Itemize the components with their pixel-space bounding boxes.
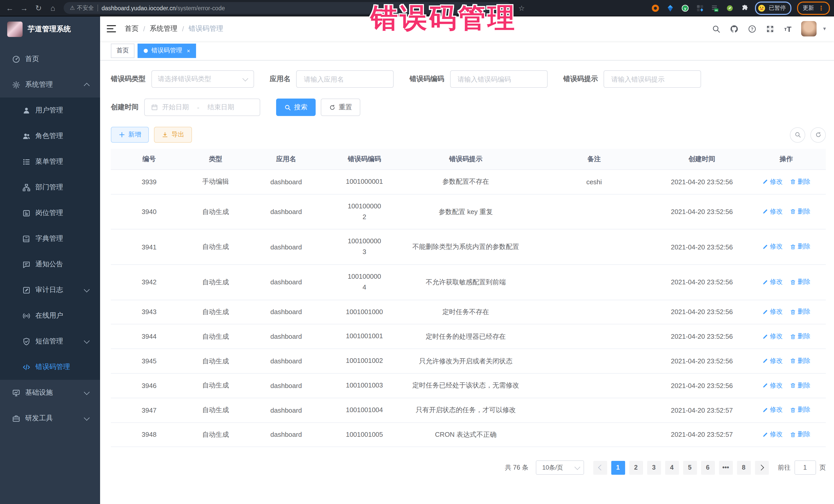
row-app: dashboard (244, 170, 328, 194)
forward-icon[interactable]: → (19, 2, 30, 14)
delete-row-link[interactable]: 删除 (790, 357, 810, 366)
page-size-select[interactable]: 10条/页 (535, 461, 584, 475)
green-y-extension-icon[interactable]: y (681, 3, 690, 13)
export-button[interactable]: 导出 (154, 127, 192, 143)
edit-row-link[interactable]: 修改 (762, 177, 783, 186)
sidebar-item-在线用户[interactable]: 在线用户 (0, 303, 100, 328)
orange-donut-extension-icon[interactable] (651, 3, 660, 13)
show-search-icon-button[interactable] (790, 127, 805, 143)
browser-update-button[interactable]: 更新 ⋮ (797, 1, 830, 15)
delete-row-link[interactable]: 删除 (790, 430, 810, 439)
reset-button[interactable]: 重置 (321, 98, 360, 116)
page-button-5[interactable]: 5 (683, 461, 697, 475)
row-code: 100100000 4 (328, 265, 400, 300)
sidebar-item-错误码管理[interactable]: 错误码管理 (0, 354, 100, 380)
row-actions: 修改删除 (747, 349, 826, 373)
edit-row-link[interactable]: 修改 (762, 207, 783, 216)
reload-icon[interactable]: ↻ (33, 2, 44, 14)
row-actions: 修改删除 (747, 265, 826, 300)
delete-row-link[interactable]: 删除 (790, 177, 810, 186)
page-button-8[interactable]: 8 (737, 461, 751, 475)
sidebar-item-审计日志[interactable]: 审计日志 (0, 277, 100, 303)
question-icon[interactable]: ? (747, 24, 756, 34)
green-leaf-extension-icon[interactable] (725, 3, 734, 13)
edit-row-link[interactable]: 修改 (762, 406, 783, 414)
font-size-icon[interactable]: тT (783, 24, 792, 34)
delete-row-link[interactable]: 删除 (790, 406, 810, 414)
sidebar-item-岗位管理[interactable]: 岗位管理 (0, 200, 100, 226)
address-bar[interactable]: ⚠不安全 dashboard.yudao.iocoder.cn/system/e… (64, 2, 512, 14)
close-icon[interactable]: × (187, 47, 190, 53)
back-icon[interactable]: ← (4, 2, 15, 14)
page-button-1[interactable]: 1 (611, 461, 625, 475)
list-on-extension-icon[interactable]: on (710, 3, 720, 13)
tab-错误码管理[interactable]: 错误码管理× (137, 43, 196, 58)
breadcrumb-separator: / (143, 25, 145, 32)
error-hint-input[interactable] (610, 75, 695, 83)
date-range-picker[interactable]: 开始日期 - 结束日期 (144, 98, 260, 116)
github-icon[interactable] (729, 24, 739, 34)
security-warning[interactable]: ⚠不安全 (70, 4, 94, 12)
delete-row-link[interactable]: 删除 (790, 278, 810, 286)
edit-row-link[interactable]: 修改 (762, 307, 783, 316)
delete-row-link[interactable]: 删除 (790, 242, 810, 251)
breadcrumb-item[interactable]: 系统管理 (150, 24, 178, 34)
search-button[interactable]: 搜索 (276, 98, 316, 116)
edit-row-link[interactable]: 修改 (762, 278, 783, 286)
page-button-6[interactable]: 6 (701, 461, 715, 475)
prev-page-button[interactable] (593, 461, 607, 475)
collapse-sidebar-icon[interactable] (107, 25, 116, 32)
sidebar-item-首页[interactable]: 首页 (0, 46, 100, 72)
edit-row-link[interactable]: 修改 (762, 381, 783, 390)
edit-icon (762, 382, 768, 389)
next-page-button[interactable] (755, 461, 769, 475)
browser-profile-chip[interactable]: 已暂停 (755, 1, 791, 15)
sidebar-item-部门管理[interactable]: 部门管理 (0, 175, 100, 200)
row-actions: 修改删除 (747, 229, 826, 265)
error-code-input[interactable] (457, 75, 541, 83)
sidebar-item-系统管理[interactable]: 系统管理 (0, 72, 100, 97)
bookmark-star-icon[interactable]: ☆ (518, 4, 525, 12)
table-row: 3940自动生成dashboard100100000 2参数配置 key 重复2… (111, 194, 826, 229)
sidebar-item-短信管理[interactable]: 短信管理 (0, 328, 100, 354)
row-code: 1001001005 (328, 422, 400, 447)
delete-row-link[interactable]: 删除 (790, 207, 810, 216)
puzzle-extensions-icon[interactable] (740, 3, 749, 13)
sidebar-item-角色管理[interactable]: 角色管理 (0, 123, 100, 149)
app-logo[interactable]: 芋道管理系统 (0, 17, 100, 42)
page-button-2[interactable]: 2 (629, 461, 643, 475)
row-hint: CRON 表达式不正确 (400, 422, 531, 447)
error-type-select[interactable]: 请选择错误码类型 (151, 70, 254, 88)
delete-row-link[interactable]: 删除 (790, 307, 810, 316)
caret-down-icon[interactable]: ▼ (822, 26, 827, 31)
delete-row-link[interactable]: 删除 (790, 381, 810, 390)
edit-icon (762, 179, 768, 185)
app-name-input[interactable] (303, 75, 387, 83)
grid-extension-icon[interactable] (696, 3, 705, 13)
page-button-3[interactable]: 3 (647, 461, 661, 475)
search-icon[interactable] (711, 24, 721, 34)
user-avatar[interactable] (801, 21, 816, 37)
sidebar-item-研发工具[interactable]: 研发工具 (0, 406, 100, 431)
kebab-menu-icon[interactable]: ⋮ (818, 4, 824, 12)
add-button[interactable]: 新增 (111, 127, 149, 143)
home-icon[interactable]: ⌂ (47, 2, 59, 14)
sidebar-item-基础设施[interactable]: 基础设施 (0, 380, 100, 406)
edit-row-link[interactable]: 修改 (762, 357, 783, 366)
goto-page-input[interactable] (794, 461, 816, 475)
edit-row-link[interactable]: 修改 (762, 430, 783, 439)
page-button-4[interactable]: 4 (665, 461, 679, 475)
blue-gem-extension-icon[interactable] (666, 3, 675, 13)
edit-row-link[interactable]: 修改 (762, 332, 783, 341)
sidebar-item-通知公告[interactable]: 通知公告 (0, 251, 100, 277)
sidebar-item-菜单管理[interactable]: 菜单管理 (0, 149, 100, 175)
refresh-table-icon-button[interactable] (810, 127, 826, 143)
more-pages-icon[interactable]: ••• (719, 461, 733, 475)
fullscreen-icon[interactable] (765, 24, 774, 34)
edit-row-link[interactable]: 修改 (762, 242, 783, 251)
sidebar-item-字典管理[interactable]: 字典管理 (0, 226, 100, 251)
breadcrumb-item[interactable]: 首页 (125, 24, 138, 34)
sidebar-item-用户管理[interactable]: 用户管理 (0, 97, 100, 123)
tab-首页[interactable]: 首页 (111, 43, 134, 58)
delete-row-link[interactable]: 删除 (790, 332, 810, 341)
